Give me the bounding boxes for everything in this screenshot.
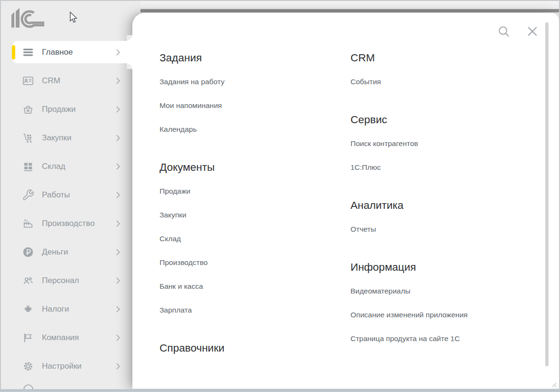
chevron-right-icon bbox=[116, 106, 120, 113]
resize-grip[interactable] bbox=[551, 382, 557, 387]
chevron-right-icon bbox=[116, 363, 120, 370]
menu-icon bbox=[22, 46, 34, 59]
menu-link[interactable]: Страница продукта на сайте 1С bbox=[350, 334, 555, 343]
menu-link[interactable]: Мои напоминания bbox=[160, 101, 340, 110]
factory-icon bbox=[22, 217, 34, 230]
sidebar-item-label: Работы bbox=[42, 190, 70, 200]
basket-icon bbox=[22, 103, 34, 116]
menu-link[interactable]: Производство bbox=[160, 258, 340, 267]
sidebar-item-label: Компания bbox=[42, 333, 79, 343]
menu-link[interactable]: События bbox=[350, 77, 555, 87]
flag-icon bbox=[22, 332, 34, 344]
menu-section: Информация Видеоматериалы Описание измен… bbox=[350, 261, 555, 343]
menu-column-left: Задания Задания на работу Мои напоминани… bbox=[160, 51, 340, 382]
eagle-icon bbox=[22, 303, 34, 315]
menu-section: Документы Продажи Закупки Склад Производ… bbox=[160, 161, 340, 315]
sidebar-item-staff[interactable]: Персонал bbox=[0, 266, 132, 295]
sidebar-item-label: Закупки bbox=[42, 133, 71, 143]
crm-card-icon bbox=[22, 75, 34, 87]
section-title: Аналитика bbox=[350, 199, 555, 212]
sidebar-item-label: Налоги bbox=[42, 304, 69, 314]
menu-link[interactable]: Банк и касса bbox=[160, 282, 340, 291]
close-icon bbox=[526, 25, 539, 38]
wrench-icon bbox=[22, 189, 34, 201]
sidebar-item-purchases[interactable]: Закупки bbox=[0, 124, 132, 152]
sidebar-item-production[interactable]: Производство bbox=[0, 209, 132, 238]
sidebar-item-label: Склад bbox=[42, 162, 65, 171]
sidebar-item-crm[interactable]: CRM bbox=[0, 67, 132, 95]
menu-link[interactable]: Зарплата bbox=[160, 305, 340, 315]
menu-column-right: CRM События Сервис Поиск контрагентов 1С… bbox=[350, 51, 555, 370]
sidebar-item-label: Персонал bbox=[42, 276, 79, 285]
panel-scrollbar[interactable] bbox=[545, 22, 549, 366]
active-accent-bar bbox=[12, 45, 15, 59]
sidebar-item-label: Продажи bbox=[42, 105, 76, 114]
menu-link[interactable]: Поиск контрагентов bbox=[350, 139, 555, 148]
chevron-right-icon bbox=[116, 249, 120, 255]
sidebar-item-company[interactable]: Компания bbox=[0, 323, 132, 352]
menu-section: Справочники bbox=[160, 342, 340, 355]
menu-link[interactable]: Календарь bbox=[160, 125, 340, 134]
menu-section: CRM События bbox=[350, 51, 555, 87]
menu-link[interactable]: Видеоматериалы bbox=[350, 286, 555, 296]
sidebar-item-money[interactable]: Деньги bbox=[0, 238, 132, 266]
titlebar-edge bbox=[140, 9, 559, 12]
menu-section: Аналитика Отчеты bbox=[350, 199, 555, 234]
chevron-right-icon bbox=[116, 277, 120, 284]
chevron-right-icon bbox=[116, 192, 120, 198]
sidebar-item-label: CRM bbox=[42, 76, 60, 86]
cart-icon bbox=[22, 132, 34, 144]
sidebar-item-taxes[interactable]: Налоги bbox=[0, 295, 132, 323]
sidebar-item-label: Производство bbox=[42, 219, 95, 228]
sidebar-item-settings[interactable]: Настройки bbox=[0, 352, 132, 381]
section-title: Справочники bbox=[160, 342, 340, 355]
sidebar-item-sales[interactable]: Продажи bbox=[0, 95, 132, 124]
chevron-right-icon bbox=[116, 49, 120, 56]
chevron-right-icon bbox=[116, 306, 120, 313]
close-button[interactable] bbox=[526, 25, 539, 38]
menu-link[interactable]: Продажи bbox=[160, 186, 340, 196]
chevron-right-icon bbox=[116, 334, 120, 341]
section-title: Сервис bbox=[350, 113, 555, 127]
logo-1c-icon bbox=[8, 5, 46, 30]
sidebar-item-main[interactable]: Главное bbox=[0, 38, 132, 67]
menu-link[interactable]: 1С:Плюс bbox=[350, 163, 555, 172]
people-icon bbox=[22, 274, 34, 287]
sidebar-item-warehouse[interactable]: Склад bbox=[0, 152, 132, 181]
menu-link[interactable]: Задания на работу bbox=[160, 77, 340, 87]
ruble-icon bbox=[22, 246, 34, 258]
warehouse-icon bbox=[22, 160, 34, 173]
mouse-cursor bbox=[70, 11, 79, 24]
flyout-panel: Задания Задания на работу Мои напоминани… bbox=[132, 13, 559, 389]
chevron-right-icon bbox=[116, 135, 120, 141]
bottom-strip bbox=[0, 389, 560, 392]
chevron-right-icon bbox=[116, 220, 120, 227]
gear-icon bbox=[22, 360, 34, 372]
section-title: Документы bbox=[160, 161, 340, 174]
sidebar-item-works[interactable]: Работы bbox=[0, 181, 132, 209]
section-title: Информация bbox=[350, 261, 555, 274]
chevron-right-icon bbox=[116, 163, 120, 170]
sidebar-item-label: Деньги bbox=[42, 247, 68, 257]
section-title: CRM bbox=[350, 51, 555, 65]
search-button[interactable] bbox=[497, 25, 510, 38]
menu-link[interactable]: Отчеты bbox=[350, 225, 555, 234]
menu-section: Задания Задания на работу Мои напоминани… bbox=[160, 51, 340, 134]
sidebar-menu: Главное CRM Продажи Закупки Склад Работы… bbox=[0, 38, 132, 381]
menu-section: Сервис Поиск контрагентов 1С:Плюс bbox=[350, 113, 555, 172]
menu-link[interactable]: Закупки bbox=[160, 210, 340, 220]
menu-link[interactable]: Описание изменений приложения bbox=[350, 310, 555, 320]
search-icon bbox=[497, 25, 510, 38]
sidebar-item-label: Настройки bbox=[42, 362, 81, 371]
menu-link[interactable]: Склад bbox=[160, 234, 340, 244]
sidebar-item-label: Главное bbox=[42, 48, 73, 57]
chevron-right-icon bbox=[116, 78, 120, 84]
section-title: Задания bbox=[160, 51, 340, 65]
